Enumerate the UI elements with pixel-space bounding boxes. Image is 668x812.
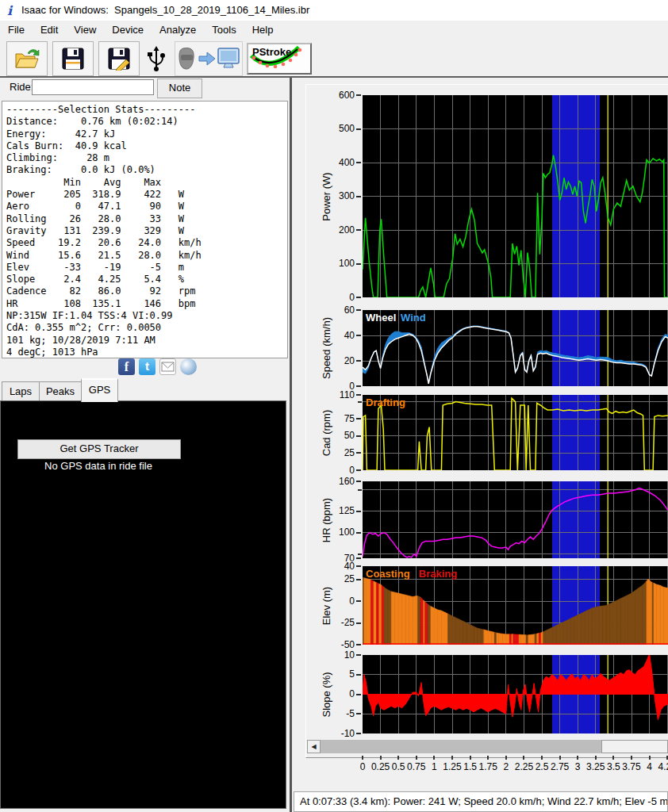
horizontal-scrollbar[interactable]: ◀ [307,740,668,753]
cadence-tick [356,435,361,437]
tab-laps[interactable]: Laps [2,381,40,400]
selection-band [552,310,601,386]
elevation-tick-label: 0 [321,596,355,607]
hr-plot[interactable] [363,481,668,558]
menu-file[interactable]: File [0,21,33,39]
speed-tick-label: 40 [321,330,355,341]
speed-plot[interactable]: WheelWind [363,310,668,386]
cadence-tick [356,469,361,471]
speed-tick [356,309,361,311]
elevation-tick [356,600,361,602]
svg-text:PStroke: PStroke [252,46,291,58]
selection-band [552,481,601,558]
cadence-tick [358,401,362,403]
menu-view[interactable]: View [66,21,104,39]
elevation-tick [356,565,361,567]
power-tick-label: 0 [321,292,355,303]
tab-peaks[interactable]: Peaks [39,381,82,400]
slope-tick [356,733,361,734]
scrollbar-left-arrow[interactable]: ◀ [307,740,321,753]
slope-tick [356,674,361,676]
menu-tools[interactable]: Tools [204,21,244,39]
power-tick [356,196,361,197]
cadence-tick [356,452,361,454]
tab-gps[interactable]: GPS [81,378,118,402]
cadence-tick-label: 50 [321,430,355,441]
menu-edit[interactable]: Edit [33,21,66,39]
slope-tick-label: -5 [321,708,355,719]
cadence-plot[interactable]: Drafting [363,395,668,470]
hr-tick [358,489,362,491]
get-gps-tracker-button[interactable]: Get GPS Tracker [17,439,181,459]
slope-tick [356,654,361,656]
slope-tick-label: 10 [321,649,355,661]
power-tick-label: 400 [321,157,355,168]
pstroke-icon: PStroke [248,44,309,71]
menu-device[interactable]: Device [104,21,152,39]
gps-message: No GPS data in ride file [17,460,179,472]
x-axis-tick [470,756,471,760]
status-bar: At 0:07:33 (3.4 km): Power: 241 W; Speed… [294,791,668,812]
elevation-tick [356,622,361,624]
slope-plot[interactable] [363,655,668,733]
open-file-button[interactable] [6,41,48,76]
selection-band [552,395,601,470]
cadence-chart: Drafting [363,395,668,470]
scrollbar-thumb[interactable] [601,740,668,753]
power-tick-label: 300 [321,190,355,201]
x-axis-tick [505,756,507,760]
x-axis-tick [416,756,417,760]
cadence-legend-drafting: Drafting [366,396,405,408]
power-chart [363,95,668,297]
selection-stats-text: ---------Selection Stats--------- Distan… [6,104,287,358]
elevation-tick-label: 40 [321,561,355,572]
toolbar-separator [0,76,668,78]
speed-axis-title: Speed (km/h) [321,317,332,379]
speed-tick [356,385,361,387]
x-axis-tick [487,756,489,760]
x-axis-tick [649,756,651,760]
panel-splitter[interactable] [290,78,292,812]
google-earth-icon[interactable] [180,358,197,375]
device-to-computer-icon [175,42,242,75]
power-tick [356,229,361,231]
menu-help[interactable]: Help [244,21,282,39]
note-button[interactable]: Note [157,79,202,98]
elevation-plot[interactable]: CoastingBraking [363,566,668,645]
hr-tick-label: 160 [321,476,355,487]
power-tick [356,94,361,96]
email-share-icon[interactable] [159,358,176,375]
power-tick [356,263,361,265]
hr-tick [356,481,361,482]
speed-legend-wind: Wind [401,312,426,324]
twitter-share-icon[interactable]: t [139,358,155,375]
x-axis-tick [631,756,632,760]
cadence-tick-label: 25 [321,447,355,458]
cadence-tick-label: 110 [321,389,355,400]
elevation-tick [356,579,361,580]
ride-input[interactable] [32,79,154,95]
x-axis-tick [380,756,382,760]
pstroke-button[interactable]: PStroke [247,43,312,75]
elevation-legend-braking: Braking [419,568,457,580]
cadence-tick [356,418,361,419]
speed-tick [356,335,361,336]
facebook-share-icon[interactable]: f [118,358,135,375]
hr-tick [358,553,362,555]
cadence-tick-label: 0 [321,465,355,476]
cadence-tick [356,394,361,396]
x-axis-label: 4.25 [654,761,668,772]
power-tick [356,297,361,298]
title-bar: i Isaac for Windows: Spangels_10_28_2019… [0,0,668,21]
save-as-button[interactable] [98,41,140,76]
hr-tick-label: 125 [321,505,355,516]
menu-analyze[interactable]: Analyze [152,21,204,39]
menu-bar: File Edit View Device Analyze Tools Help [0,21,668,39]
slope-chart [363,655,668,733]
save-button[interactable] [52,41,94,76]
x-axis-tick [612,756,614,760]
power-plot[interactable] [363,95,668,297]
app-logo-icon: i [4,4,17,17]
usb-icon[interactable] [146,44,167,73]
download-from-device-button[interactable] [175,41,243,76]
